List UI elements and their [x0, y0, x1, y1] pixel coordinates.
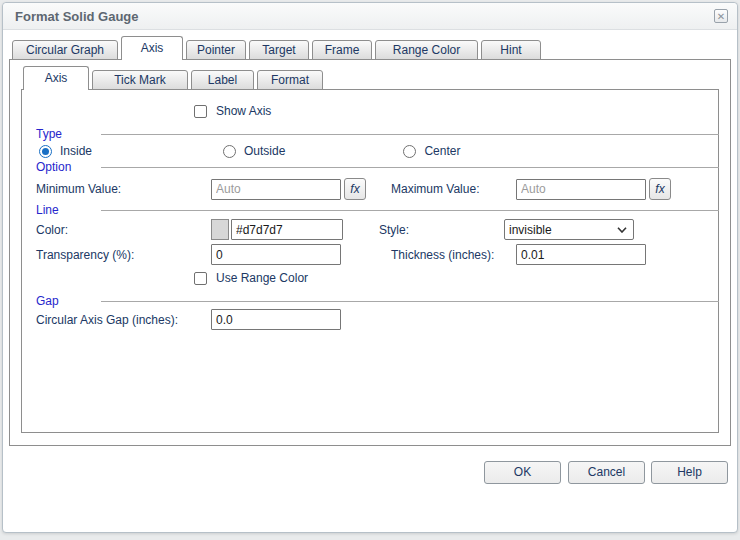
transparency-label: Transparency (%):	[36, 248, 211, 262]
sub-tab-bar: Axis Tick Mark Label Format	[23, 66, 323, 90]
type-section-header: Type	[36, 127, 719, 141]
gap-row: Circular Axis Gap (inches):	[36, 309, 716, 330]
gap-section-title: Gap	[36, 294, 101, 308]
minimum-value-input[interactable]	[211, 179, 341, 200]
color-label: Color:	[36, 223, 211, 237]
maximum-value-input[interactable]	[516, 179, 646, 200]
gap-section-header: Gap	[36, 294, 719, 308]
main-tab-bar: Circular Graph Axis Pointer Target Frame…	[12, 36, 541, 60]
thickness-label: Thickness (inches):	[391, 248, 516, 262]
show-axis-label: Show Axis	[216, 104, 271, 118]
help-button[interactable]: Help	[651, 461, 728, 484]
circular-axis-gap-input[interactable]	[211, 309, 341, 330]
tab-frame[interactable]: Frame	[312, 40, 372, 60]
line-section-rule	[101, 210, 719, 211]
gap-section-rule	[101, 301, 719, 302]
radio-outside[interactable]	[223, 145, 236, 158]
ok-button[interactable]: OK	[484, 461, 561, 484]
minimum-fx-button[interactable]: fx	[344, 178, 366, 200]
close-icon: ✕	[717, 11, 725, 22]
cancel-button[interactable]: Cancel	[568, 461, 645, 484]
style-select-value: invisible	[509, 223, 552, 237]
show-axis-checkbox[interactable]	[194, 105, 207, 118]
line-section-title: Line	[36, 203, 101, 217]
use-range-color-checkbox[interactable]	[194, 272, 207, 285]
minimum-value-label: Minimum Value:	[36, 182, 211, 196]
style-label: Style:	[379, 223, 504, 237]
transparency-input[interactable]	[211, 244, 341, 265]
radio-outside-label: Outside	[244, 144, 285, 158]
tab-axis[interactable]: Axis	[121, 36, 183, 60]
title-bar: Format Solid Gauge ✕	[3, 3, 737, 30]
circular-axis-gap-label: Circular Axis Gap (inches):	[36, 313, 211, 327]
transparency-thickness-row: Transparency (%): Thickness (inches):	[36, 244, 716, 265]
type-section-title: Type	[36, 127, 101, 141]
color-input[interactable]	[231, 219, 343, 240]
radio-inside[interactable]	[39, 145, 52, 158]
line-section-header: Line	[36, 203, 719, 217]
radio-inside-label: Inside	[60, 144, 92, 158]
close-button[interactable]: ✕	[714, 9, 728, 23]
radio-center[interactable]	[403, 145, 416, 158]
maximum-fx-button[interactable]: fx	[649, 178, 671, 200]
chevron-down-icon	[617, 227, 627, 233]
sub-tab-tick-mark[interactable]: Tick Mark	[92, 70, 188, 90]
tab-pointer[interactable]: Pointer	[186, 40, 246, 60]
use-range-color-label: Use Range Color	[216, 271, 308, 285]
tab-circular-graph[interactable]: Circular Graph	[12, 40, 118, 60]
page-title: Format Solid Gauge	[15, 9, 139, 24]
use-range-color-row: Use Range Color	[194, 271, 308, 285]
option-section-rule	[101, 167, 719, 168]
color-style-row: Color: Style: invisible	[36, 219, 716, 240]
type-section-rule	[101, 134, 719, 135]
option-section-title: Option	[36, 160, 101, 174]
type-radio-group: Inside Outside Center	[39, 144, 699, 158]
sub-tab-format[interactable]: Format	[257, 70, 323, 90]
radio-center-label: Center	[424, 144, 460, 158]
sub-tab-axis[interactable]: Axis	[23, 66, 89, 90]
thickness-input[interactable]	[516, 244, 646, 265]
show-axis-row: Show Axis	[194, 104, 271, 118]
tab-hint[interactable]: Hint	[481, 40, 541, 60]
option-section-header: Option	[36, 160, 719, 174]
style-select[interactable]: invisible	[504, 219, 634, 240]
sub-tab-label[interactable]: Label	[191, 70, 254, 90]
tab-range-color[interactable]: Range Color	[375, 40, 478, 60]
min-max-row: Minimum Value: fx Maximum Value: fx	[36, 178, 716, 200]
tab-target[interactable]: Target	[249, 40, 309, 60]
format-solid-gauge-dialog: Format Solid Gauge ✕ Circular Graph Axis…	[2, 2, 738, 533]
maximum-value-label: Maximum Value:	[391, 182, 516, 196]
color-swatch-button[interactable]	[211, 219, 229, 240]
